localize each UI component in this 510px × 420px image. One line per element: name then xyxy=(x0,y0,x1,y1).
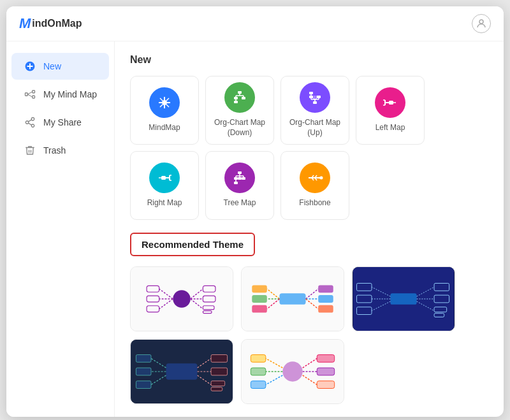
svg-rect-138 xyxy=(251,381,266,389)
sidebar-item-my-mind-map-label: My Mind Map xyxy=(43,89,97,99)
theme-card-3[interactable] xyxy=(352,266,455,331)
new-section-title: New xyxy=(130,54,488,66)
user-avatar[interactable] xyxy=(472,14,491,33)
svg-point-73 xyxy=(173,290,190,307)
svg-rect-102 xyxy=(390,293,416,305)
sidebar-item-my-share-label: My Share xyxy=(43,117,82,127)
svg-rect-40 xyxy=(309,92,313,94)
svg-point-71 xyxy=(320,177,323,180)
svg-rect-54 xyxy=(238,171,242,174)
svg-point-11 xyxy=(31,124,34,127)
svg-point-9 xyxy=(31,118,34,121)
logo-m: M xyxy=(19,15,31,32)
svg-rect-121 xyxy=(136,368,151,375)
svg-line-13 xyxy=(28,120,31,122)
svg-rect-98 xyxy=(318,295,333,303)
map-card-right[interactable]: Right Map xyxy=(130,151,199,220)
map-card-org-up[interactable]: Ψ Org-Chart Map (Up) xyxy=(280,76,349,145)
content-area: New xyxy=(115,41,504,417)
svg-rect-90 xyxy=(252,285,267,293)
svg-rect-42 xyxy=(389,101,393,105)
org-down-icon xyxy=(224,82,255,113)
fishbone-icon xyxy=(300,163,330,193)
svg-rect-64 xyxy=(234,182,238,184)
theme-card-5[interactable] xyxy=(241,339,344,404)
sidebar-item-my-mind-map[interactable]: My Mind Map xyxy=(11,81,109,108)
fishbone-label: Fishbone xyxy=(299,198,330,208)
map-card-left[interactable]: Left Map xyxy=(356,76,425,145)
theme-grid xyxy=(130,266,488,404)
map-card-org-down[interactable]: Org-Chart Map(Down) xyxy=(205,76,274,145)
svg-rect-5 xyxy=(33,91,35,93)
svg-rect-6 xyxy=(33,96,35,98)
right-map-icon xyxy=(149,163,180,193)
svg-rect-100 xyxy=(318,305,333,313)
recommended-theme-header: Recommended Theme xyxy=(130,233,255,256)
svg-rect-144 xyxy=(317,381,334,389)
header: M indOnMap xyxy=(6,6,504,41)
org-up-label: Org-Chart Map (Up) xyxy=(281,118,349,138)
sidebar-item-trash[interactable]: Trash xyxy=(11,137,109,164)
svg-point-132 xyxy=(282,361,302,381)
svg-rect-23 xyxy=(238,91,242,94)
svg-text:Ψ: Ψ xyxy=(312,95,317,102)
svg-rect-4 xyxy=(26,93,28,96)
mindmap-label: MindMap xyxy=(149,123,180,133)
svg-line-7 xyxy=(27,92,33,94)
sidebar-item-new[interactable]: New xyxy=(11,53,109,80)
svg-line-19 xyxy=(160,98,163,101)
recommended-theme-label: Recommended Theme xyxy=(142,239,244,250)
svg-line-20 xyxy=(166,98,169,101)
logo: M indOnMap xyxy=(19,15,82,32)
map-card-tree[interactable]: Tree Map xyxy=(205,151,274,220)
left-map-label: Left Map xyxy=(375,123,405,133)
svg-point-0 xyxy=(479,20,483,24)
left-map-icon xyxy=(375,87,405,118)
svg-rect-88 xyxy=(279,293,305,305)
map-type-grid: MindMap xyxy=(130,76,488,220)
theme-card-4[interactable] xyxy=(130,339,233,404)
svg-rect-127 xyxy=(211,368,227,375)
svg-rect-61 xyxy=(238,177,242,180)
trash-icon xyxy=(23,143,37,157)
svg-line-8 xyxy=(27,94,33,97)
theme-card-1[interactable] xyxy=(130,266,233,331)
svg-line-21 xyxy=(160,105,163,107)
sidebar-item-my-share[interactable]: My Share xyxy=(11,109,109,136)
right-map-label: Right Map xyxy=(147,198,182,208)
org-up-icon: Ψ xyxy=(300,82,330,113)
mindmap-icon xyxy=(149,87,180,118)
svg-rect-142 xyxy=(317,368,334,375)
tree-map-icon xyxy=(224,163,255,193)
map-card-fishbone[interactable]: Fishbone xyxy=(280,151,349,220)
mind-map-icon xyxy=(23,87,37,101)
share-icon xyxy=(23,115,37,129)
svg-rect-60 xyxy=(234,177,238,180)
theme-card-2[interactable] xyxy=(241,266,344,331)
svg-rect-62 xyxy=(242,177,245,180)
svg-rect-28 xyxy=(234,97,238,99)
svg-rect-119 xyxy=(136,355,151,363)
svg-rect-96 xyxy=(318,285,333,293)
svg-rect-94 xyxy=(252,305,267,313)
svg-rect-31 xyxy=(234,101,238,103)
sidebar: New My Mind Map xyxy=(6,41,115,417)
svg-rect-136 xyxy=(251,368,266,375)
svg-point-14 xyxy=(162,100,167,105)
new-icon xyxy=(23,59,37,73)
svg-rect-29 xyxy=(242,97,245,99)
main-layout: New My Mind Map xyxy=(6,41,504,417)
map-card-mindmap[interactable]: MindMap xyxy=(130,76,199,145)
svg-rect-125 xyxy=(211,355,227,363)
logo-text: indOnMap xyxy=(32,18,82,29)
app-window: M indOnMap New xyxy=(6,6,504,417)
svg-rect-134 xyxy=(251,355,266,363)
svg-rect-140 xyxy=(317,355,334,363)
org-down-label: Org-Chart Map(Down) xyxy=(214,118,265,138)
svg-point-10 xyxy=(26,121,29,124)
svg-rect-130 xyxy=(211,387,222,391)
svg-line-12 xyxy=(28,123,31,125)
sidebar-item-trash-label: Trash xyxy=(43,145,66,156)
svg-rect-92 xyxy=(252,295,267,303)
svg-rect-117 xyxy=(166,363,197,379)
